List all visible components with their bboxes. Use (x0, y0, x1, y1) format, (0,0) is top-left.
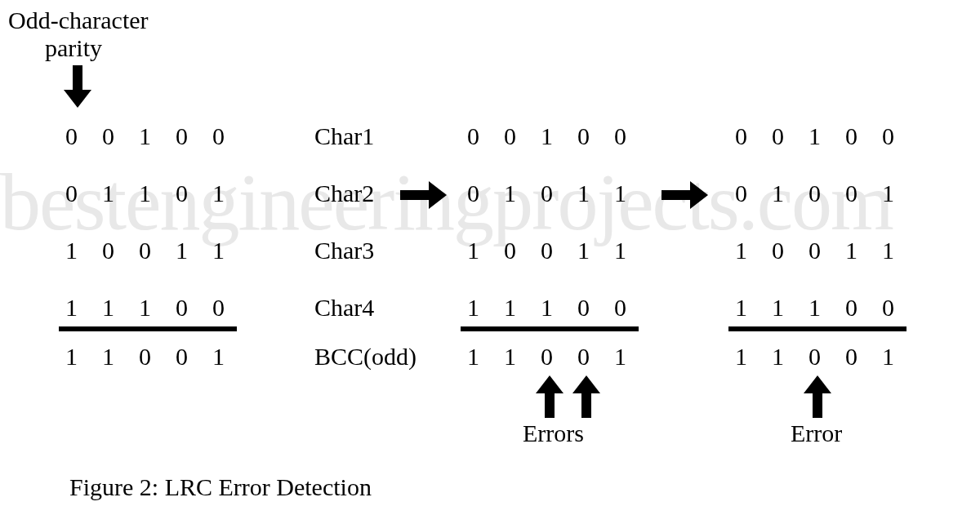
b3-r3-c2: 1 (808, 294, 841, 322)
b2-r4-c0: 1 (467, 343, 500, 371)
b2-r2-c2: 0 (541, 237, 573, 264)
b3-r4-c0: 1 (735, 343, 768, 371)
row-label-char2: Char2 (314, 180, 374, 207)
b1-r3-c1: 1 (102, 294, 135, 322)
b2-r2-c0: 1 (467, 237, 500, 264)
b3-r4-c3: 0 (845, 343, 878, 371)
b3-r3-c1: 1 (772, 294, 804, 322)
figure-caption: Figure 2: LRC Error Detection (69, 473, 372, 501)
b3-r1-c3: 0 (845, 180, 878, 207)
b1-r1-c2: 1 (139, 180, 172, 207)
parity-label-line1: Odd-character (8, 7, 149, 34)
b2-r3-c4: 0 (614, 294, 647, 322)
b1-r4-c2: 0 (139, 343, 172, 371)
b1-r0-c2: 1 (139, 122, 172, 150)
b1-r2-c4: 1 (212, 237, 245, 264)
b1-r2-c2: 0 (139, 237, 172, 264)
b1-r3-c2: 1 (139, 294, 172, 322)
b1-r4-c1: 1 (102, 343, 135, 371)
b1-r4-c0: 1 (65, 343, 98, 371)
b3-r2-c1: 0 (772, 237, 804, 264)
b3-r0-c4: 0 (882, 122, 915, 150)
b2-r0-c0: 0 (467, 122, 500, 150)
b3-r2-c2: 0 (808, 237, 841, 264)
b1-r3-c3: 0 (176, 294, 208, 322)
b3-r0-c3: 0 (845, 122, 878, 150)
b3-r3-c4: 0 (882, 294, 915, 322)
b2-r2-c4: 1 (614, 237, 647, 264)
b3-r1-c0: 0 (735, 180, 768, 207)
b2-r1-c2: 0 (541, 180, 573, 207)
error-label-b3: Error (791, 420, 842, 447)
b2-r1-c4: 1 (614, 180, 647, 207)
b2-r4-c3: 0 (577, 343, 610, 371)
b3-r3-c3: 0 (845, 294, 878, 322)
b3-r3-c0: 1 (735, 294, 768, 322)
b1-r1-c4: 1 (212, 180, 245, 207)
b2-r2-c3: 1 (577, 237, 610, 264)
b1-r1-c1: 1 (102, 180, 135, 207)
b3-r4-c1: 1 (772, 343, 804, 371)
b1-r0-c3: 0 (176, 122, 208, 150)
b1-r3-c4: 0 (212, 294, 245, 322)
b1-r2-c3: 1 (176, 237, 208, 264)
b1-r0-c0: 0 (65, 122, 98, 150)
row-label-char4: Char4 (314, 294, 374, 322)
b2-r1-c3: 1 (577, 180, 610, 207)
b3-r1-c4: 1 (882, 180, 915, 207)
b2-r4-c4: 1 (614, 343, 647, 371)
b3-r2-c0: 1 (735, 237, 768, 264)
block3-rule (728, 326, 906, 331)
error-arrow-b2-1-icon (536, 375, 564, 418)
b1-r3-c0: 1 (65, 294, 98, 322)
b1-r1-c0: 0 (65, 180, 98, 207)
row-label-char3: Char3 (314, 237, 374, 264)
b2-r0-c2: 1 (541, 122, 573, 150)
b3-r0-c0: 0 (735, 122, 768, 150)
parity-arrow-icon (64, 65, 91, 108)
b3-r1-c2: 0 (808, 180, 841, 207)
b1-r4-c3: 0 (176, 343, 208, 371)
b3-r1-c1: 1 (772, 180, 804, 207)
b3-r4-c2: 0 (808, 343, 841, 371)
row-label-char1: Char1 (314, 122, 374, 150)
b2-r3-c0: 1 (467, 294, 500, 322)
b2-r3-c3: 0 (577, 294, 610, 322)
block2-rule (461, 326, 639, 331)
b2-r4-c2: 0 (541, 343, 573, 371)
row-label-bcc: BCC(odd) (314, 343, 416, 371)
b3-r2-c4: 1 (882, 237, 915, 264)
b2-r2-c1: 0 (504, 237, 537, 264)
b2-r0-c4: 0 (614, 122, 647, 150)
errors-label-b2: Errors (523, 420, 584, 447)
b2-r4-c1: 1 (504, 343, 537, 371)
b2-r1-c1: 1 (504, 180, 537, 207)
b1-r4-c4: 1 (212, 343, 245, 371)
b1-r2-c1: 0 (102, 237, 135, 264)
arrow-right-1-icon (400, 181, 447, 209)
b2-r3-c1: 1 (504, 294, 537, 322)
parity-label-line2: parity (45, 34, 102, 62)
b1-r2-c0: 1 (65, 237, 98, 264)
error-arrow-b2-2-icon (572, 375, 600, 418)
b3-r0-c1: 0 (772, 122, 804, 150)
block1-rule (59, 326, 237, 331)
b2-r3-c2: 1 (541, 294, 573, 322)
b1-r1-c3: 0 (176, 180, 208, 207)
b3-r2-c3: 1 (845, 237, 878, 264)
b3-r4-c4: 1 (882, 343, 915, 371)
error-arrow-b3-icon (804, 375, 831, 418)
b1-r0-c1: 0 (102, 122, 135, 150)
arrow-right-2-icon (662, 181, 708, 209)
b1-r0-c4: 0 (212, 122, 245, 150)
b2-r0-c3: 0 (577, 122, 610, 150)
b2-r0-c1: 0 (504, 122, 537, 150)
b3-r0-c2: 1 (808, 122, 841, 150)
b2-r1-c0: 0 (467, 180, 500, 207)
